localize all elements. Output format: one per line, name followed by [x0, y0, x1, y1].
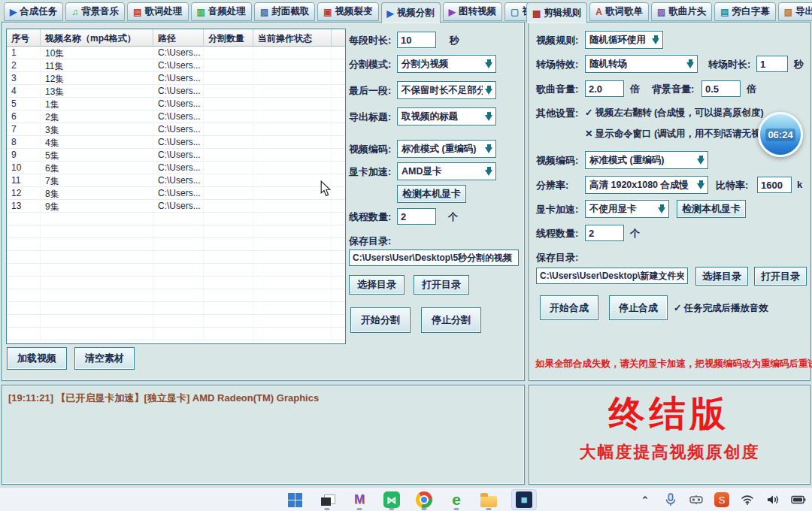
chevron-down-icon[interactable] — [483, 112, 495, 121]
tab-bg-music[interactable]: ♫ 背景音乐 — [65, 2, 125, 21]
tab-audio-process[interactable]: ▥ 音频处理 — [191, 2, 252, 21]
start-split-button[interactable]: 开始分割 — [350, 307, 411, 333]
encode-select[interactable]: 标准模式 (重编码) — [397, 140, 496, 158]
battery-icon[interactable] — [791, 491, 806, 508]
save-dir-input[interactable] — [349, 249, 519, 266]
table-row[interactable]: 10 6集 C:\Users... — [7, 162, 345, 174]
chevron-down-icon[interactable] — [483, 86, 495, 95]
file-explorer-icon[interactable] — [478, 489, 499, 510]
tab-narration-subtitle[interactable]: ▤ 旁白字幕 — [714, 2, 775, 21]
table-header-cell[interactable] — [332, 29, 345, 46]
table-row[interactable]: 12 8集 C:\Users... — [7, 187, 345, 200]
wifi-icon[interactable] — [740, 491, 755, 508]
chevron-down-icon[interactable] — [695, 156, 707, 165]
tab-clip-rules[interactable]: ▦ 剪辑规则 — [526, 2, 587, 23]
choose-dir-button[interactable]: 选择目录 — [349, 275, 404, 295]
sound-checkbox[interactable]: ✓任务完成后播放音效 — [674, 302, 768, 315]
task-view-icon[interactable] — [317, 489, 338, 510]
tab-export-title[interactable]: ▧ 导出标题 — [778, 2, 812, 21]
table-row[interactable] — [7, 225, 345, 238]
table-row[interactable]: 7 3集 C:\Users... — [7, 123, 345, 136]
tab-compose-task[interactable]: ▶ 合成任务 — [4, 2, 63, 21]
m-app-icon[interactable]: M — [349, 489, 370, 510]
table-row[interactable] — [7, 251, 345, 264]
choose-dir-button[interactable]: 选择目录 — [695, 267, 748, 286]
transition-duration-input[interactable] — [756, 56, 788, 72]
table-header-cell[interactable]: 当前操作状态 — [253, 29, 332, 46]
gpu-select[interactable]: AMD显卡 — [397, 162, 496, 180]
table-row[interactable]: 11 7集 C:\Users... — [7, 174, 345, 187]
table-header-cell[interactable]: 分割数量 — [204, 29, 253, 46]
video-rule-select[interactable]: 随机循环使用 — [585, 31, 663, 49]
table-row[interactable] — [7, 238, 345, 251]
open-dir-button[interactable]: 打开目录 — [754, 267, 807, 286]
table-row[interactable]: 2 11集 C:\Users... — [7, 59, 345, 72]
stop-compose-button[interactable]: 停止合成 — [609, 295, 668, 320]
table-row[interactable] — [7, 328, 345, 340]
table-row[interactable] — [7, 264, 345, 277]
detect-gpu-button[interactable]: 检测本机显卡 — [677, 200, 746, 218]
start-compose-button[interactable]: 开始合成 — [540, 295, 598, 320]
browser-e-icon[interactable]: e — [446, 489, 467, 510]
tab-video-fission[interactable]: ▣ 视频裂变 — [317, 2, 378, 21]
table-row[interactable] — [7, 315, 345, 328]
song-volume-input[interactable] — [585, 80, 624, 97]
tab-lyrics-playlist[interactable]: A 歌词歌单 — [589, 2, 649, 21]
bitrate-input[interactable] — [757, 177, 792, 193]
threads-input[interactable] — [585, 225, 624, 241]
split-mode-select[interactable]: 分割为视频 — [397, 55, 496, 73]
table-header-cell[interactable]: 路径 — [153, 29, 204, 46]
tab-lyrics-process[interactable]: ▤ 歌词处理 — [127, 2, 188, 21]
floating-clock-bubble[interactable]: 06:24 — [758, 112, 803, 157]
export-title-select[interactable]: 取视频的标题 — [397, 107, 496, 125]
save-dir-input[interactable] — [536, 268, 688, 284]
table-row[interactable]: 4 13集 C:\Users... — [7, 85, 345, 98]
netease-app-icon[interactable]: ⋈ — [381, 489, 402, 510]
video-table[interactable]: 序号视频名称（mp4格式）路径分割数量当前操作状态 1 10集 C:\Users… — [6, 29, 346, 344]
open-dir-button[interactable]: 打开目录 — [414, 275, 469, 295]
tab-image-to-video[interactable]: ▶ 图转视频 — [443, 2, 502, 21]
tray-expand-icon[interactable]: ⌃ — [638, 491, 653, 508]
chevron-down-icon[interactable] — [483, 167, 495, 176]
tab-cover-capture[interactable]: ▨ 封面截取 — [254, 2, 315, 21]
table-row[interactable]: 6 2集 C:\Users... — [7, 110, 345, 123]
table-row[interactable] — [7, 213, 345, 225]
table-row[interactable] — [7, 289, 345, 302]
show-cmd-checkbox[interactable]: ✕显示命令窗口 (调试用，用不到话请无视) — [585, 128, 764, 141]
table-header-cell[interactable]: 序号 — [7, 29, 41, 46]
chevron-down-icon[interactable] — [483, 59, 495, 68]
chevron-down-icon[interactable] — [656, 204, 668, 213]
stop-split-button[interactable]: 停止分割 — [421, 307, 481, 333]
tab-song-intro[interactable]: ▨ 歌曲片头 — [651, 2, 712, 21]
table-row[interactable]: 3 12集 C:\Users... — [7, 72, 345, 85]
load-videos-button[interactable]: 加载视频 — [7, 347, 67, 370]
bg-volume-input[interactable] — [701, 80, 741, 97]
table-row[interactable]: 13 9集 C:\Users... — [7, 200, 345, 213]
gpu-select[interactable]: 不使用显卡 — [585, 200, 669, 218]
microphone-icon[interactable] — [663, 491, 678, 508]
table-header-cell[interactable]: 视频名称（mp4格式） — [41, 29, 153, 46]
table-row[interactable]: 9 5集 C:\Users... — [7, 149, 345, 162]
encode-select[interactable]: 标准模式 (重编码) — [585, 151, 708, 169]
chrome-icon[interactable] — [414, 489, 435, 510]
chevron-down-icon[interactable] — [650, 35, 662, 44]
transition-select[interactable]: 随机转场 — [585, 55, 698, 73]
volume-icon[interactable] — [765, 491, 780, 508]
table-row[interactable] — [7, 277, 345, 289]
table-row[interactable]: 1 10集 C:\Users... — [7, 47, 345, 59]
windows-start-icon[interactable] — [284, 489, 305, 510]
current-app-icon[interactable]: ▦ — [511, 489, 538, 510]
threads-input[interactable] — [397, 208, 436, 225]
flip-checkbox[interactable]: ✓视频左右翻转 (合成慢，可以提高原创度) — [585, 107, 764, 119]
tab-video-split[interactable]: ▶ 视频分割 — [381, 2, 441, 23]
table-row[interactable]: 8 4集 C:\Users... — [7, 136, 345, 149]
resolution-select[interactable]: 高清 1920x1080 合成慢 — [585, 176, 708, 194]
input-tool-icon[interactable] — [689, 491, 704, 508]
sogou-icon[interactable]: S — [714, 491, 729, 508]
detect-gpu-button[interactable]: 检测本机显卡 — [397, 185, 466, 203]
clear-materials-button[interactable]: 清空素材 — [74, 347, 135, 370]
chevron-down-icon[interactable] — [695, 180, 707, 189]
segment-duration-input[interactable] — [397, 32, 436, 48]
last-segment-select[interactable]: 不保留时长不足部分 — [397, 81, 496, 99]
table-row[interactable]: 5 1集 C:\Users... — [7, 98, 345, 110]
